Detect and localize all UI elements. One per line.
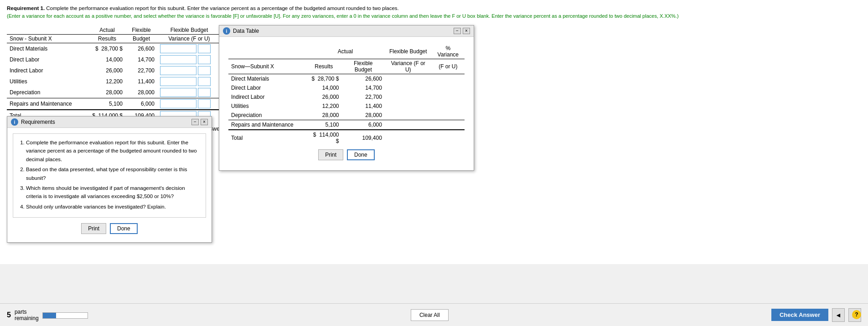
row-flex-il: 22,700 bbox=[125, 65, 157, 76]
dt-row-total: Total $ 114,000 $ 109,400 bbox=[228, 130, 465, 146]
print-button-req[interactable]: Print bbox=[81, 223, 106, 234]
dt-footer: Print Done bbox=[228, 146, 465, 165]
table-row: Direct Labor 14,000 14,700 bbox=[7, 54, 221, 65]
close-button-dt[interactable]: × bbox=[463, 28, 470, 34]
dialog-title-req: i Requirements bbox=[11, 118, 55, 126]
dt-fu-dm bbox=[432, 74, 465, 84]
done-button-dt[interactable]: Done bbox=[347, 149, 375, 160]
dt-row: Indirect Labor 26,000 22,700 bbox=[228, 92, 465, 102]
dt-flex-dep: 28,000 bbox=[342, 111, 385, 120]
dt-col-actual: Actual bbox=[306, 44, 385, 59]
row-input-dep[interactable] bbox=[157, 87, 221, 98]
dt-label-total: Total bbox=[228, 130, 306, 146]
nav-prev-button[interactable]: ◄ bbox=[832, 308, 845, 322]
dialog-controls-dt: − × bbox=[454, 28, 470, 34]
col-header-results: Results bbox=[89, 34, 125, 43]
req-item-4: Should only unfavorable variances be inv… bbox=[26, 203, 200, 211]
dialog-title-label-dt: Data Table bbox=[233, 28, 259, 34]
dt-label-il: Indirect Labor bbox=[228, 92, 306, 102]
minimize-button-req[interactable]: − bbox=[191, 119, 199, 125]
row-actual-util: 12,200 bbox=[89, 76, 125, 87]
requirements-list: Complete the performance evaluation repo… bbox=[13, 133, 206, 218]
dt-actual-util: 12,200 bbox=[306, 102, 342, 111]
fu-input-dep[interactable] bbox=[198, 88, 211, 97]
dt-label-dl: Direct Labor bbox=[228, 83, 306, 92]
row-flex-dep: 28,000 bbox=[125, 87, 157, 98]
col-header-subunit bbox=[7, 26, 89, 35]
info-icon-req: i bbox=[11, 118, 18, 126]
dialog-header-req: i Requirements − × bbox=[7, 117, 212, 128]
col-header-actual: Actual bbox=[89, 26, 125, 35]
check-answer-button[interactable]: Check Answer bbox=[771, 309, 828, 321]
row-actual-dep: 28,000 bbox=[89, 87, 125, 98]
table-row: Repairs and Maintenance 5,100 6,000 bbox=[7, 98, 221, 110]
dialog-title-dt: i Data Table bbox=[223, 27, 259, 35]
dt-body: Actual Flexible Budget % Variance Snow—S… bbox=[219, 37, 474, 170]
dt-col-flexbudget: Flexible Budget bbox=[385, 44, 432, 59]
fu-input-il[interactable] bbox=[198, 66, 211, 75]
row-label-dl: Direct Labor bbox=[7, 54, 89, 65]
dt-row: Utilities 12,200 11,400 bbox=[228, 102, 465, 111]
variance-input-rm[interactable] bbox=[160, 99, 196, 108]
requirements-dialog: i Requirements − × Complete the performa… bbox=[7, 116, 212, 243]
dt-var-rm bbox=[385, 120, 432, 130]
help-icon[interactable]: ? bbox=[852, 310, 861, 319]
bottom-bar: 5 parts remaining Clear All Check Answer… bbox=[0, 303, 868, 326]
dt-row: Depreciation 28,000 28,000 bbox=[228, 111, 465, 120]
row-input-dl[interactable] bbox=[157, 54, 221, 65]
dt-actual-total: $ 114,000 $ bbox=[306, 130, 342, 146]
dialog-controls-req: − × bbox=[191, 119, 208, 125]
variance-input-util[interactable] bbox=[160, 77, 196, 86]
minimize-button-dt[interactable]: − bbox=[454, 28, 461, 34]
fu-input-rm[interactable] bbox=[198, 99, 211, 108]
dt-fu-rm bbox=[432, 120, 465, 130]
dt-col-variancefu: Variance (F or U) bbox=[385, 59, 432, 74]
clear-all-button[interactable]: Clear All bbox=[411, 309, 449, 321]
variance-input-dep[interactable] bbox=[160, 88, 196, 97]
dt-var-dep bbox=[385, 111, 432, 120]
row-flex-dl: 14,700 bbox=[125, 54, 157, 65]
row-input-dm[interactable] bbox=[157, 43, 221, 54]
dt-label-dep: Depreciation bbox=[228, 111, 306, 120]
dt-actual-dep: 28,000 bbox=[306, 111, 342, 120]
dt-col-results: Results bbox=[306, 59, 342, 74]
dt-var-il bbox=[385, 92, 432, 102]
dt-row: Direct Materials $ 28,700 $ 26,600 bbox=[228, 74, 465, 84]
variance-input-dm[interactable] bbox=[160, 44, 196, 53]
col-header-flexible: Flexible bbox=[125, 26, 157, 35]
row-input-il[interactable] bbox=[157, 65, 221, 76]
dt-fu-util bbox=[432, 102, 465, 111]
row-label-il: Indirect Labor bbox=[7, 65, 89, 76]
dialog-header-dt: i Data Table − × bbox=[219, 25, 474, 37]
req-item-2: Based on the data presented, what type o… bbox=[26, 165, 200, 182]
done-button-req[interactable]: Done bbox=[110, 223, 138, 234]
table-row: Direct Materials $ 28,700 $ 26,600 bbox=[7, 43, 221, 54]
remaining-label: remaining bbox=[15, 315, 39, 321]
row-actual-rm: 5,100 bbox=[89, 98, 125, 110]
close-button-req[interactable]: × bbox=[201, 119, 208, 125]
row-label-util: Utilities bbox=[7, 76, 89, 87]
row-label-rm: Repairs and Maintenance bbox=[7, 98, 89, 110]
variance-input-dl[interactable] bbox=[160, 55, 196, 64]
main-performance-table: Actual Flexible Flexible Budget Snow - S… bbox=[7, 26, 221, 121]
dt-col-pctvariance: % Variance bbox=[432, 44, 465, 59]
row-flex-dm: 26,600 bbox=[125, 43, 157, 54]
dt-var-total bbox=[385, 130, 432, 146]
dt-label-util: Utilities bbox=[228, 102, 306, 111]
dt-col-fu: (F or U) bbox=[432, 59, 465, 74]
row-input-rm[interactable] bbox=[157, 98, 221, 110]
variance-input-il[interactable] bbox=[160, 66, 196, 75]
row-input-util[interactable] bbox=[157, 76, 221, 87]
table-row: Utilities 12,200 11,400 bbox=[7, 76, 221, 87]
requirement-text: Requirement 1. Complete the performance … bbox=[7, 5, 861, 20]
dt-actual-dm: $ 28,700 $ bbox=[306, 74, 342, 84]
print-button-dt[interactable]: Print bbox=[318, 149, 343, 160]
info-icon-dt: i bbox=[223, 27, 230, 35]
dt-flex-dl: 14,700 bbox=[342, 83, 385, 92]
req-item-1: Complete the performance evaluation repo… bbox=[26, 138, 200, 163]
fu-input-dl[interactable] bbox=[198, 55, 211, 64]
fu-input-dm[interactable] bbox=[198, 44, 211, 53]
dt-var-dm bbox=[385, 74, 432, 84]
fu-input-util[interactable] bbox=[198, 77, 211, 86]
dt-flex-rm: 6,000 bbox=[342, 120, 385, 130]
